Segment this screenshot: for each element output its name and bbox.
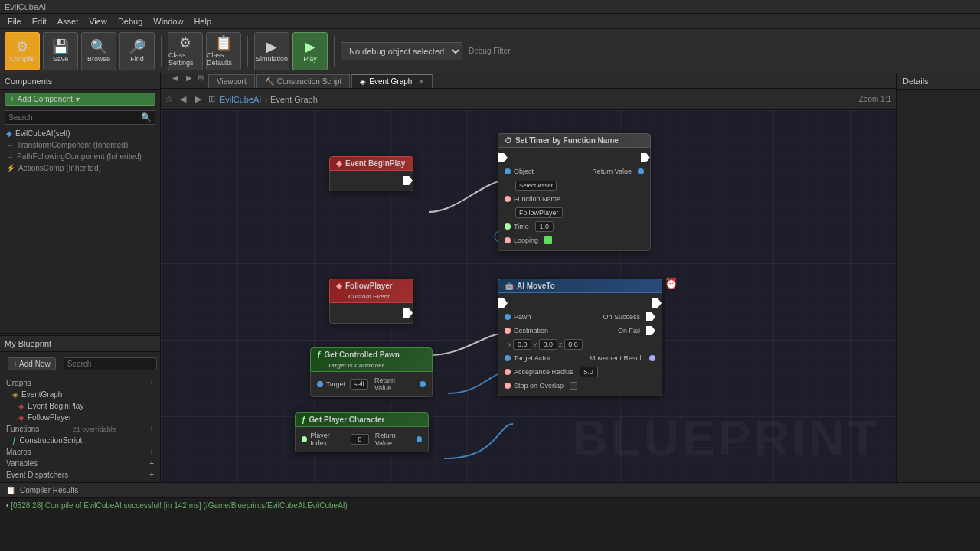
ai-moveto-stop-checkbox[interactable] (570, 382, 577, 390)
component-pathfollowing[interactable]: → PathFollowingComponent (Inherited) (0, 151, 160, 162)
follow-player-exec-out (403, 308, 413, 318)
component-self-icon: ◆ (6, 129, 12, 138)
tab-event-graph[interactable]: ◈ Event Graph ✕ (351, 74, 433, 88)
variables-add-icon[interactable]: + (149, 459, 154, 468)
graphs-section-header[interactable]: Graphs + (0, 377, 160, 389)
follow-player-subtitle: Custom Event (348, 293, 390, 300)
get-player-header: ƒ Get Player Character (295, 412, 429, 427)
save-button[interactable]: 💾 Save (43, 32, 78, 70)
nav-forward-2-icon[interactable]: ▶ (193, 94, 204, 104)
menu-help[interactable]: Help (189, 15, 216, 28)
functions-section-header[interactable]: Functions 21 overridable + (0, 423, 160, 435)
tab-viewport[interactable]: Viewport (208, 74, 255, 88)
blueprint-section: Graphs + ◈ EventGraph ◈ Event BeginPlay … (0, 376, 160, 482)
get-player-index-value[interactable]: 0 (351, 434, 369, 445)
toolbar: ⚙ Compile 💾 Save 🔍 Browse 🔎 Find ⚙ Class… (0, 29, 980, 73)
ai-moveto-stop-label: Stop on Overlap (514, 382, 564, 390)
follow-player-bp-item[interactable]: ◈ FollowPlayer (0, 412, 160, 423)
component-search-input[interactable] (8, 113, 138, 122)
z-label: Z (559, 341, 563, 348)
ai-moveto-acceptance-value[interactable]: 5.0 (580, 367, 598, 377)
compile-button[interactable]: ⚙ Compile (5, 32, 40, 70)
nav-back-icon[interactable]: ◀ (170, 73, 181, 82)
menu-asset[interactable]: Asset (53, 15, 83, 28)
component-actionscomp[interactable]: ⚡ ActionsComp (Inherited) (0, 162, 160, 174)
class-defaults-icon: 📋 (215, 36, 232, 50)
set-timer-funcname-value[interactable]: FollowPlayer (515, 207, 563, 218)
play-button[interactable]: ▶ Play (292, 32, 328, 70)
add-component-button[interactable]: + Add Component ▾ (5, 93, 155, 106)
set-timer-return-pin (638, 168, 644, 174)
class-settings-button[interactable]: ⚙ Class Settings (168, 32, 203, 70)
ai-moveto-pawn-pin (505, 314, 511, 320)
event-dispatchers-add-icon[interactable]: + (149, 471, 154, 479)
follow-player-icon: ◈ (336, 282, 342, 290)
toolbar-sep-3 (334, 36, 335, 67)
functions-add-icon[interactable]: + (149, 425, 154, 433)
breadcrumb-root[interactable]: EvilCubeAI (220, 95, 261, 104)
blueprint-watermark: BLUEPRINT (573, 410, 880, 467)
construction-script-item[interactable]: ƒ ConstructionScript (0, 435, 160, 446)
tab-construction-script[interactable]: 🔨 Construction Script (256, 74, 350, 88)
find-button[interactable]: 🔎 Find (119, 32, 155, 70)
event-graph-item[interactable]: ◈ EventGraph (0, 389, 160, 400)
graphs-add-icon[interactable]: + (149, 379, 154, 387)
ai-moveto-dest-label: Destination (514, 327, 548, 334)
class-defaults-button[interactable]: 📋 Class Defaults (206, 32, 241, 70)
compiler-title: Compiler Results (20, 486, 78, 494)
follow-player-bp-label: FollowPlayer (28, 413, 71, 422)
simulation-button[interactable]: ▶ Simulation (254, 32, 289, 70)
class-defaults-label: Class Defaults (207, 51, 240, 67)
y-value[interactable]: 0.0 (539, 339, 557, 350)
bp-search-input[interactable] (67, 360, 153, 368)
macros-label: Macros (6, 448, 31, 456)
nav-forward-icon[interactable]: ▶ (184, 73, 194, 82)
x-label: X (508, 341, 511, 348)
set-timer-time-label: Time (514, 223, 529, 230)
ai-moveto-dest-row: Destination On Fail (498, 324, 662, 337)
canvas-wrapper: ◀ ▶ ⊞ Viewport 🔨 Construction Script ◈ E… (161, 73, 896, 482)
node-ai-moveto[interactable]: 🤖 AI MoveTo Pawn On Suc (498, 279, 662, 396)
event-beginplay-bp-item[interactable]: ◈ Event BeginPlay (0, 400, 160, 412)
node-event-beginplay[interactable]: ◈ Event BeginPlay (329, 156, 413, 191)
tab-close-icon[interactable]: ✕ (418, 77, 424, 86)
compiler-header: 📋 Compiler Results (0, 483, 980, 498)
menu-edit[interactable]: Edit (28, 15, 51, 28)
tab-viewport-label: Viewport (217, 77, 247, 86)
component-search-bar[interactable]: 🔍 (5, 110, 155, 125)
event-beginplay-bp-icon: ◈ (18, 402, 24, 410)
get-pawn-header: ƒ Get Controlled Pawn Target is Controll… (310, 347, 433, 372)
menu-view[interactable]: View (84, 15, 112, 28)
browse-button[interactable]: 🔍 Browse (81, 32, 116, 70)
set-timer-select-asset[interactable]: Select Asset (515, 181, 557, 191)
nav-back-2-icon[interactable]: ◀ (178, 94, 188, 104)
event-beginplay-bp-label: Event BeginPlay (28, 402, 83, 410)
set-timer-looping-checkbox[interactable] (544, 236, 552, 244)
menu-file[interactable]: File (3, 15, 26, 28)
get-pawn-return-label: Return Value (374, 377, 413, 392)
debug-object-select[interactable]: No debug object selected (341, 42, 462, 60)
macros-add-icon[interactable]: + (149, 448, 154, 456)
x-value[interactable]: 0.0 (513, 339, 531, 350)
macros-section-header[interactable]: Macros + (0, 446, 160, 458)
event-dispatchers-section-header[interactable]: Event Dispatchers + (0, 469, 160, 481)
z-value[interactable]: 0.0 (564, 339, 583, 350)
node-follow-player[interactable]: ◈ FollowPlayer Custom Event (329, 279, 413, 324)
node-get-player-character[interactable]: ƒ Get Player Character Player Index 0 Re… (295, 412, 429, 452)
get-pawn-target-value[interactable]: self (350, 379, 368, 390)
bookmark-icon[interactable]: ☆ (165, 94, 173, 104)
node-set-timer[interactable]: ⏱ Set Timer by Function Name Object (498, 133, 651, 251)
bp-search-bar[interactable] (64, 357, 157, 370)
variables-section-header[interactable]: Variables + (0, 458, 160, 469)
menu-window[interactable]: Window (149, 15, 188, 28)
event-beginplay-body (329, 171, 413, 191)
add-new-button[interactable]: + Add New (8, 357, 56, 370)
construction-script-icon: ƒ (12, 436, 17, 445)
canvas[interactable]: ◈ Event BeginPlay ⏱ Set Timer by Fun (161, 110, 896, 482)
menu-debug[interactable]: Debug (113, 15, 147, 28)
set-timer-time-value[interactable]: 1.0 (535, 221, 554, 232)
ai-moveto-stop-row: Stop on Overlap (498, 379, 662, 393)
node-get-controlled-pawn[interactable]: ƒ Get Controlled Pawn Target is Controll… (310, 347, 433, 397)
component-transform[interactable]: ↔ TransformComponent (Inherited) (0, 139, 160, 151)
component-self[interactable]: ◆ EvilCubeAI(self) (0, 128, 160, 139)
